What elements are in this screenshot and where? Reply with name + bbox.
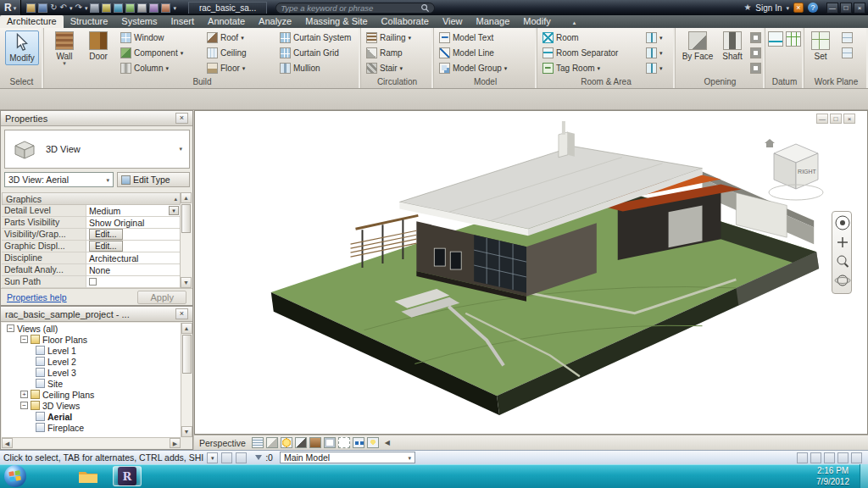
tree-item-views-all[interactable]: −Views (all) xyxy=(2,323,181,334)
scroll-down-icon[interactable]: ▼ xyxy=(181,277,192,288)
scrollbar-thumb[interactable] xyxy=(182,335,192,374)
shadows-icon[interactable] xyxy=(295,437,307,448)
floor-button[interactable]: Floor▾ xyxy=(205,60,276,75)
wall-button[interactable]: Wall ▾ xyxy=(49,30,80,66)
scrollbar-track[interactable] xyxy=(181,203,192,277)
window[interactable] xyxy=(434,248,445,266)
panel-label-build[interactable]: Build xyxy=(44,77,360,87)
view-scale-label[interactable]: Perspective xyxy=(199,438,246,448)
text-icon[interactable] xyxy=(137,3,147,13)
tree-item-level-3[interactable]: Level 3 xyxy=(2,367,181,378)
tab-annotate[interactable]: Annotate xyxy=(201,15,252,28)
ribbon-minimize-icon[interactable]: ▴ xyxy=(568,18,581,28)
visual-style-icon[interactable] xyxy=(266,437,278,448)
select-underlays-icon[interactable] xyxy=(810,452,821,463)
properties-help-link[interactable]: Properties help xyxy=(7,292,67,302)
worksets-icon[interactable] xyxy=(221,452,232,463)
expand-icon[interactable]: + xyxy=(20,391,28,398)
ceiling-button[interactable]: Ceiling xyxy=(205,45,276,60)
aligned-dimension-icon[interactable] xyxy=(114,3,123,13)
collapse-section-icon[interactable]: ▴ xyxy=(174,196,177,202)
close-button[interactable]: × xyxy=(854,3,865,14)
scroll-up-icon[interactable]: ▲ xyxy=(181,323,192,334)
taskbar-explorer-button[interactable] xyxy=(74,466,103,486)
properties-header[interactable]: Properties × xyxy=(1,111,192,126)
shaft-button[interactable]: Shaft xyxy=(718,30,747,61)
section-icon[interactable] xyxy=(161,3,170,13)
scroll-left-icon[interactable]: ◀ xyxy=(2,438,13,448)
edit-graphic-display-button[interactable]: Edit... xyxy=(89,241,123,252)
panel-label-opening[interactable]: Opening xyxy=(676,77,765,87)
scrollbar-track[interactable] xyxy=(181,334,192,426)
level-button[interactable] xyxy=(767,30,784,48)
tree-item-site[interactable]: Site xyxy=(2,378,181,389)
minimize-button[interactable]: — xyxy=(826,3,838,14)
work-plane-viewer-button[interactable] xyxy=(840,45,864,60)
graphics-section-header[interactable]: Graphics ▴ xyxy=(2,192,181,205)
viewcube[interactable]: RIGHT xyxy=(762,133,830,204)
set-work-plane-button[interactable]: Set xyxy=(806,30,835,61)
orbit-icon[interactable] xyxy=(835,275,850,286)
active-design-option-dropdown[interactable]: Main Model ▾ xyxy=(280,452,415,463)
panel-label-model[interactable]: Model xyxy=(434,77,537,87)
apply-button[interactable]: Apply xyxy=(137,291,186,304)
tree-item-level-1[interactable]: Level 1 xyxy=(2,345,181,356)
sync-icon[interactable]: ↻ xyxy=(50,3,57,12)
tree-item-level-2[interactable]: Level 2 xyxy=(2,356,181,367)
detail-level-icon[interactable] xyxy=(252,437,264,448)
undo-icon[interactable]: ↶ xyxy=(60,3,67,12)
print-icon[interactable] xyxy=(90,3,99,13)
tab-view[interactable]: View xyxy=(436,15,470,28)
collapse-icon[interactable]: − xyxy=(20,402,28,409)
select-pinned-icon[interactable] xyxy=(824,452,835,463)
tab-architecture[interactable]: Architecture xyxy=(0,15,64,28)
panel-label-work-plane[interactable]: Work Plane xyxy=(804,77,868,87)
zoom-icon[interactable] xyxy=(837,256,849,267)
window-button[interactable]: Window xyxy=(119,30,203,45)
model-group-button[interactable]: Model Group▾ xyxy=(437,60,534,75)
scrollbar-thumb[interactable] xyxy=(181,204,191,233)
tab-manage[interactable]: Manage xyxy=(470,15,517,28)
wall-opening-button[interactable] xyxy=(748,30,764,45)
select-by-face-icon[interactable] xyxy=(837,452,849,463)
navigation-bar[interactable] xyxy=(832,211,852,294)
sun-path-checkbox[interactable] xyxy=(89,278,97,286)
sign-in-label[interactable]: Sign In xyxy=(755,3,782,13)
panel-label-select[interactable]: Select xyxy=(0,77,43,87)
model-text-button[interactable]: Model Text xyxy=(437,30,534,45)
tab-modify[interactable]: Modify xyxy=(516,15,557,28)
tree-item-aerial[interactable]: Aerial xyxy=(2,411,181,422)
parts-visibility-value[interactable]: Show Original xyxy=(86,217,181,228)
tree-item-ceiling-plans[interactable]: +Ceiling Plans xyxy=(2,389,181,400)
save-icon[interactable] xyxy=(38,3,47,13)
tag-by-category-icon[interactable] xyxy=(125,3,135,13)
drag-elements-icon[interactable] xyxy=(851,452,862,463)
default-3d-view-icon[interactable] xyxy=(149,3,159,13)
grid-button[interactable] xyxy=(785,30,802,48)
design-options-icon[interactable] xyxy=(236,452,247,463)
open-icon[interactable] xyxy=(26,3,36,13)
tab-analyze[interactable]: Analyze xyxy=(252,15,298,28)
vertical-opening-button[interactable] xyxy=(748,45,764,60)
room-separator-button[interactable]: Room Separator xyxy=(541,45,641,60)
tag-area-button[interactable]: ▾ xyxy=(644,60,673,75)
scroll-up-icon[interactable]: ▲ xyxy=(181,192,192,203)
tab-massing-site[interactable]: Massing & Site xyxy=(298,15,374,28)
filter-icon[interactable] xyxy=(255,455,262,460)
panel-label-circulation[interactable]: Circulation xyxy=(361,77,433,87)
properties-scrollbar[interactable]: ▲ ▼ xyxy=(180,192,192,288)
curtain-system-button[interactable]: Curtain System xyxy=(278,30,359,45)
edit-type-button[interactable]: Edit Type xyxy=(117,172,190,187)
area-button[interactable]: ▾ xyxy=(644,30,673,45)
tree-item-floor-plans[interactable]: −Floor Plans xyxy=(2,334,181,345)
collapse-icon[interactable]: − xyxy=(20,336,28,343)
edit-visibility-button[interactable]: Edit... xyxy=(89,229,123,240)
detail-level-dropdown[interactable]: Medium▾ xyxy=(86,205,181,216)
favorites-star-icon[interactable]: ★ xyxy=(743,3,751,12)
view-close-icon[interactable]: × xyxy=(843,114,855,124)
model-line-button[interactable]: Model Line xyxy=(437,45,534,60)
tag-room-button[interactable]: Tag Room▾ xyxy=(541,60,641,75)
pan-icon[interactable] xyxy=(837,237,848,247)
project-browser-header[interactable]: rac_basic_sample_project - ... × xyxy=(1,307,192,322)
modify-button[interactable]: Modify xyxy=(5,30,39,65)
